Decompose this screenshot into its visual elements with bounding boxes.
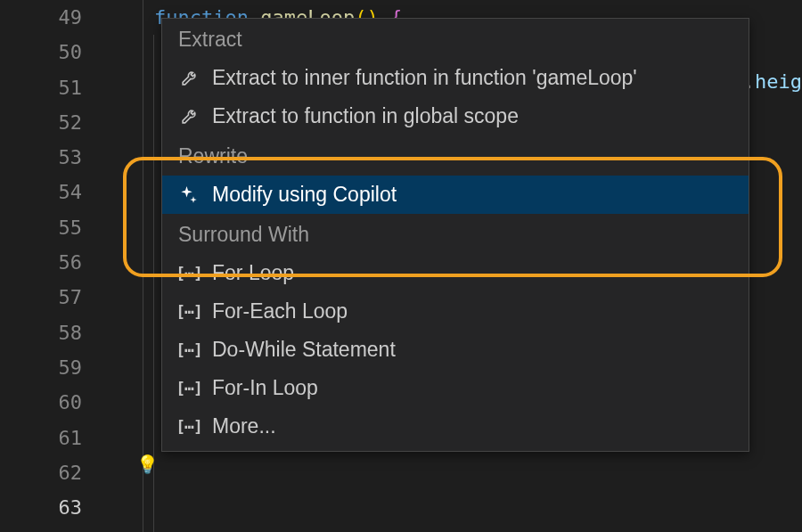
- modify-using-copilot-item[interactable]: Modify using Copilot: [162, 176, 749, 214]
- snippet-icon: [⋯]: [178, 416, 200, 438]
- menu-item-label: Extract to function in global scope: [212, 104, 519, 128]
- snippet-icon: [⋯]: [178, 301, 200, 323]
- line-number: 55: [0, 210, 107, 245]
- lightbulb-icon[interactable]: 💡: [136, 454, 159, 475]
- line-number: 53: [0, 140, 107, 175]
- sparkle-icon: [178, 184, 200, 206]
- line-number: 59: [0, 350, 107, 385]
- menu-item-label: More...: [212, 414, 276, 438]
- line-number: 51: [0, 70, 107, 105]
- line-number: 54: [0, 175, 107, 209]
- forin-loop-item[interactable]: [⋯] For-In Loop: [162, 369, 749, 407]
- line-number: 64: [0, 525, 107, 532]
- line-number: 58: [0, 315, 107, 350]
- for-loop-item[interactable]: [⋯] For Loop: [162, 254, 749, 292]
- more-item[interactable]: [⋯] More...: [162, 407, 749, 446]
- extract-global-function-item[interactable]: Extract to function in global scope: [162, 97, 749, 135]
- snippet-icon: [⋯]: [178, 378, 200, 399]
- menu-item-label: For-In Loop: [212, 376, 318, 400]
- snippet-icon: [⋯]: [178, 340, 200, 361]
- section-header-surround: Surround With: [162, 214, 749, 254]
- menu-item-label: For Loop: [212, 261, 294, 285]
- line-number: 61: [0, 421, 107, 455]
- quick-fix-popup: Extract Extract to inner function in fun…: [161, 18, 749, 452]
- wrench-icon: [178, 68, 200, 89]
- foreach-loop-item[interactable]: [⋯] For-Each Loop: [162, 292, 749, 331]
- line-number: 62: [0, 455, 107, 490]
- menu-item-label: Do-While Statement: [212, 338, 396, 362]
- snippet-icon: [⋯]: [178, 263, 200, 284]
- menu-item-label: Extract to inner function in function 'g…: [212, 66, 637, 90]
- line-number: 57: [0, 280, 107, 315]
- code-line: [107, 455, 802, 490]
- line-number: 52: [0, 105, 107, 140]
- code-line: [107, 490, 802, 525]
- line-number-gutter: 49 50 51 52 53 54 55 56 57 58 59 60 61 6…: [0, 0, 107, 532]
- line-number: 60: [0, 385, 107, 420]
- extract-inner-function-item[interactable]: Extract to inner function in function 'g…: [162, 59, 749, 97]
- line-number: 49: [0, 0, 107, 35]
- menu-item-label: For-Each Loop: [212, 299, 348, 323]
- line-number: 50: [0, 35, 107, 70]
- code-line: ··clearInterval(gameInterval);: [107, 525, 802, 532]
- code-fragment: .heig: [743, 70, 802, 93]
- section-header-rewrite: Rewrite: [162, 135, 749, 176]
- line-number: 63: [0, 490, 107, 525]
- wrench-icon: [178, 106, 200, 127]
- dowhile-item[interactable]: [⋯] Do-While Statement: [162, 331, 749, 369]
- line-number: 56: [0, 245, 107, 280]
- section-header-extract: Extract: [162, 19, 749, 59]
- menu-item-label: Modify using Copilot: [212, 183, 397, 207]
